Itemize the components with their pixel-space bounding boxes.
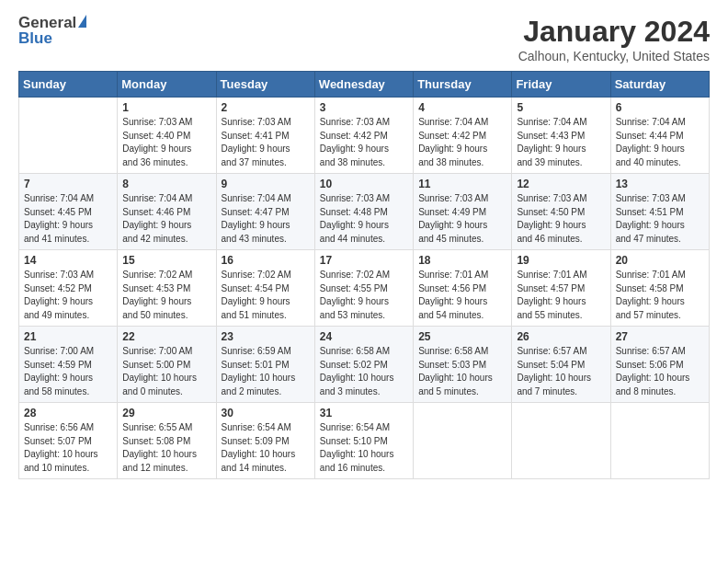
day-info: Sunrise: 7:02 AMSunset: 4:55 PMDaylight:… — [320, 269, 408, 322]
day-info: Sunrise: 7:03 AMSunset: 4:49 PMDaylight:… — [418, 192, 506, 246]
day-info: Sunrise: 6:54 AMSunset: 5:10 PMDaylight:… — [320, 421, 408, 475]
calendar-cell: 30Sunrise: 6:54 AMSunset: 5:09 PMDayligh… — [216, 403, 314, 479]
day-number: 22 — [122, 330, 210, 343]
calendar-cell: 23Sunrise: 6:59 AMSunset: 5:01 PMDayligh… — [216, 327, 314, 403]
day-number: 12 — [517, 178, 605, 190]
day-number: 7 — [24, 178, 112, 190]
calendar-cell: 24Sunrise: 6:58 AMSunset: 5:02 PMDayligh… — [314, 327, 413, 403]
calendar-cell: 27Sunrise: 6:57 AMSunset: 5:06 PMDayligh… — [610, 327, 709, 403]
calendar-cell: 22Sunrise: 7:00 AMSunset: 5:00 PMDayligh… — [118, 327, 216, 403]
day-number: 31 — [320, 407, 408, 419]
day-info: Sunrise: 7:01 AMSunset: 4:58 PMDaylight:… — [616, 269, 704, 322]
day-info: Sunrise: 7:04 AMSunset: 4:42 PMDaylight:… — [418, 116, 506, 169]
day-info: Sunrise: 6:57 AMSunset: 5:04 PMDaylight:… — [517, 345, 605, 398]
calendar-cell: 2Sunrise: 7:03 AMSunset: 4:41 PMDaylight… — [216, 98, 314, 174]
logo-general: General — [18, 15, 76, 30]
day-info: Sunrise: 7:03 AMSunset: 4:52 PMDaylight:… — [24, 269, 112, 322]
day-info: Sunrise: 7:02 AMSunset: 4:54 PMDaylight:… — [222, 269, 310, 322]
calendar-cell: 5Sunrise: 7:04 AMSunset: 4:43 PMDaylight… — [512, 98, 610, 174]
month-title: January 2024 — [518, 15, 710, 49]
day-info: Sunrise: 7:03 AMSunset: 4:51 PMDaylight:… — [616, 192, 704, 246]
calendar-week-row: 28Sunrise: 6:56 AMSunset: 5:07 PMDayligh… — [19, 403, 710, 479]
calendar-cell: 31Sunrise: 6:54 AMSunset: 5:10 PMDayligh… — [314, 403, 413, 479]
logo-triangle-icon — [78, 15, 86, 28]
day-number: 25 — [418, 330, 506, 343]
logo: General Blue — [18, 15, 86, 46]
day-info: Sunrise: 6:54 AMSunset: 5:09 PMDaylight:… — [222, 421, 310, 475]
calendar-cell: 25Sunrise: 6:58 AMSunset: 5:03 PMDayligh… — [414, 327, 512, 403]
day-info: Sunrise: 6:58 AMSunset: 5:02 PMDaylight:… — [320, 345, 408, 398]
day-number: 23 — [222, 330, 310, 343]
day-number: 18 — [418, 254, 506, 267]
calendar-cell: 16Sunrise: 7:02 AMSunset: 4:54 PMDayligh… — [216, 250, 314, 327]
day-number: 6 — [616, 101, 704, 114]
calendar-cell: 3Sunrise: 7:03 AMSunset: 4:42 PMDaylight… — [314, 98, 413, 174]
day-of-week-header: Thursday — [414, 72, 512, 98]
calendar-cell: 20Sunrise: 7:01 AMSunset: 4:58 PMDayligh… — [610, 250, 709, 327]
day-number: 14 — [24, 254, 112, 267]
day-number: 26 — [517, 330, 605, 343]
day-info: Sunrise: 6:55 AMSunset: 5:08 PMDaylight:… — [122, 421, 210, 475]
day-info: Sunrise: 7:03 AMSunset: 4:48 PMDaylight:… — [320, 192, 408, 246]
calendar-cell: 4Sunrise: 7:04 AMSunset: 4:42 PMDaylight… — [414, 98, 512, 174]
day-info: Sunrise: 7:04 AMSunset: 4:44 PMDaylight:… — [616, 116, 704, 169]
day-info: Sunrise: 7:00 AMSunset: 5:00 PMDaylight:… — [122, 345, 210, 398]
day-info: Sunrise: 7:01 AMSunset: 4:57 PMDaylight:… — [517, 269, 605, 322]
day-of-week-header: Wednesday — [314, 72, 413, 98]
day-info: Sunrise: 7:04 AMSunset: 4:46 PMDaylight:… — [122, 192, 210, 246]
page-header: General Blue January 2024 Calhoun, Kentu… — [18, 15, 710, 63]
day-info: Sunrise: 7:00 AMSunset: 4:59 PMDaylight:… — [24, 345, 112, 398]
day-number: 3 — [320, 101, 408, 114]
day-info: Sunrise: 7:04 AMSunset: 4:43 PMDaylight:… — [517, 116, 605, 169]
calendar-cell: 7Sunrise: 7:04 AMSunset: 4:45 PMDaylight… — [19, 174, 118, 250]
day-number: 24 — [320, 330, 408, 343]
calendar-cell: 15Sunrise: 7:02 AMSunset: 4:53 PMDayligh… — [118, 250, 216, 327]
day-info: Sunrise: 7:03 AMSunset: 4:42 PMDaylight:… — [320, 116, 408, 169]
calendar-cell — [414, 403, 512, 479]
day-number: 13 — [616, 178, 704, 190]
day-info: Sunrise: 7:03 AMSunset: 4:50 PMDaylight:… — [517, 192, 605, 246]
calendar-cell: 17Sunrise: 7:02 AMSunset: 4:55 PMDayligh… — [314, 250, 413, 327]
day-number: 5 — [517, 101, 605, 114]
day-number: 29 — [122, 407, 210, 419]
calendar-cell: 12Sunrise: 7:03 AMSunset: 4:50 PMDayligh… — [512, 174, 610, 250]
calendar-table: SundayMondayTuesdayWednesdayThursdayFrid… — [18, 71, 710, 479]
day-info: Sunrise: 6:59 AMSunset: 5:01 PMDaylight:… — [222, 345, 310, 398]
title-area: January 2024 Calhoun, Kentucky, United S… — [518, 15, 710, 63]
day-number: 20 — [616, 254, 704, 267]
calendar-cell: 29Sunrise: 6:55 AMSunset: 5:08 PMDayligh… — [118, 403, 216, 479]
calendar-cell: 13Sunrise: 7:03 AMSunset: 4:51 PMDayligh… — [610, 174, 709, 250]
day-info: Sunrise: 7:01 AMSunset: 4:56 PMDaylight:… — [418, 269, 506, 322]
calendar-cell: 8Sunrise: 7:04 AMSunset: 4:46 PMDaylight… — [118, 174, 216, 250]
day-number: 2 — [222, 101, 310, 114]
calendar-cell: 28Sunrise: 6:56 AMSunset: 5:07 PMDayligh… — [19, 403, 118, 479]
calendar-header-row: SundayMondayTuesdayWednesdayThursdayFrid… — [19, 72, 710, 98]
day-number: 9 — [222, 178, 310, 190]
day-number: 30 — [222, 407, 310, 419]
day-number: 19 — [517, 254, 605, 267]
calendar-cell — [19, 98, 118, 174]
calendar-cell: 14Sunrise: 7:03 AMSunset: 4:52 PMDayligh… — [19, 250, 118, 327]
logo-blue: Blue — [18, 30, 52, 46]
day-info: Sunrise: 7:04 AMSunset: 4:47 PMDaylight:… — [222, 192, 310, 246]
day-number: 4 — [418, 101, 506, 114]
calendar-cell — [610, 403, 709, 479]
day-info: Sunrise: 7:03 AMSunset: 4:41 PMDaylight:… — [222, 116, 310, 169]
day-info: Sunrise: 7:02 AMSunset: 4:53 PMDaylight:… — [122, 269, 210, 322]
calendar-cell: 1Sunrise: 7:03 AMSunset: 4:40 PMDaylight… — [118, 98, 216, 174]
day-info: Sunrise: 7:03 AMSunset: 4:40 PMDaylight:… — [122, 116, 210, 169]
calendar-cell: 26Sunrise: 6:57 AMSunset: 5:04 PMDayligh… — [512, 327, 610, 403]
day-info: Sunrise: 6:58 AMSunset: 5:03 PMDaylight:… — [418, 345, 506, 398]
calendar-cell: 21Sunrise: 7:00 AMSunset: 4:59 PMDayligh… — [19, 327, 118, 403]
day-number: 11 — [418, 178, 506, 190]
day-info: Sunrise: 7:04 AMSunset: 4:45 PMDaylight:… — [24, 192, 112, 246]
calendar-cell: 19Sunrise: 7:01 AMSunset: 4:57 PMDayligh… — [512, 250, 610, 327]
calendar-cell: 10Sunrise: 7:03 AMSunset: 4:48 PMDayligh… — [314, 174, 413, 250]
day-number: 15 — [122, 254, 210, 267]
day-number: 27 — [616, 330, 704, 343]
day-of-week-header: Tuesday — [216, 72, 314, 98]
day-info: Sunrise: 6:57 AMSunset: 5:06 PMDaylight:… — [616, 345, 704, 398]
day-of-week-header: Sunday — [19, 72, 118, 98]
day-number: 28 — [24, 407, 112, 419]
calendar-week-row: 7Sunrise: 7:04 AMSunset: 4:45 PMDaylight… — [19, 174, 710, 250]
